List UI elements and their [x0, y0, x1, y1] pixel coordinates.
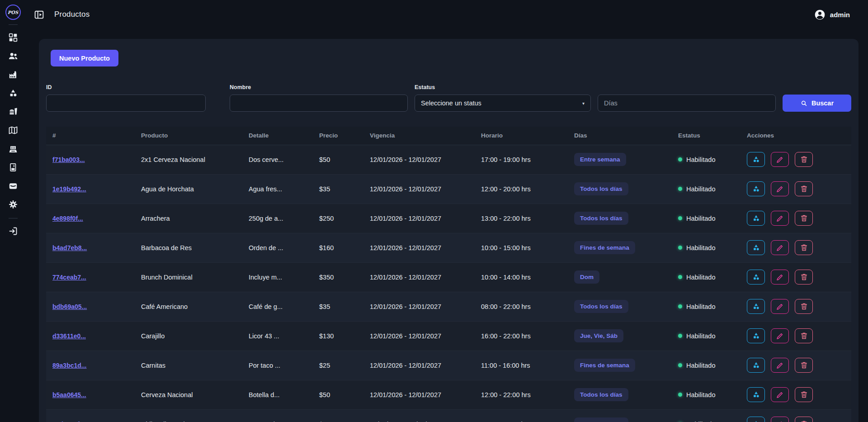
col-vigencia: Vigencia — [363, 127, 475, 145]
delete-button[interactable] — [795, 328, 813, 343]
status-label: Habilitado — [686, 215, 716, 222]
status-dot-icon — [678, 216, 682, 220]
delete-button[interactable] — [795, 299, 813, 314]
product-name: Café Americano — [135, 292, 242, 321]
variants-button[interactable] — [747, 152, 765, 167]
product-price: $160 — [313, 233, 363, 262]
app-logo[interactable]: POS — [5, 5, 21, 20]
sidebar-item-products[interactable] — [4, 87, 22, 99]
shapes-icon — [752, 243, 760, 252]
product-id-link[interactable]: b4ad7eb8... — [52, 244, 87, 251]
new-product-button[interactable]: Nuevo Producto — [51, 50, 118, 66]
delete-button[interactable] — [795, 181, 813, 196]
pencil-icon — [776, 273, 784, 281]
sidebar-item-users[interactable] — [4, 50, 22, 62]
edit-button[interactable] — [771, 240, 789, 255]
table-row: b5aa0645... Cerveza Nacional Botella d..… — [46, 380, 851, 409]
product-validity: 12/01/2026 - 12/01/2027 — [363, 204, 475, 233]
shapes-icon — [752, 390, 760, 399]
product-schedule: 10:00 - 15:00 hrs — [475, 233, 568, 262]
delete-button[interactable] — [795, 152, 813, 167]
delete-button[interactable] — [795, 270, 813, 284]
product-price: $35 — [313, 292, 363, 321]
trash-icon — [800, 155, 808, 164]
delete-button[interactable] — [795, 358, 813, 373]
edit-button[interactable] — [771, 270, 789, 284]
delete-button[interactable] — [795, 240, 813, 255]
buscar-button[interactable]: Buscar — [783, 95, 851, 112]
variants-button[interactable] — [747, 211, 765, 226]
status-cell: Habilitado — [678, 332, 734, 340]
variants-button[interactable] — [747, 181, 765, 196]
col-number: # — [46, 127, 135, 145]
sidebar-item-dashboard[interactable] — [4, 31, 22, 43]
estatus-select[interactable]: Seleccione un status ▾ — [415, 95, 591, 112]
days-badge: Dom — [574, 270, 599, 284]
edit-button[interactable] — [771, 328, 789, 343]
product-id-link[interactable]: d33611e0... — [52, 332, 86, 340]
table-row: d33611e0... Carajillo Licor 43 ... $130 … — [46, 321, 851, 351]
product-id-link[interactable]: 4e898f0f... — [52, 215, 83, 222]
edit-button[interactable] — [771, 299, 789, 314]
product-id-link[interactable]: 774ceab7... — [52, 274, 86, 281]
variants-button[interactable] — [747, 417, 765, 422]
status-dot-icon — [678, 187, 682, 191]
edit-button[interactable] — [771, 152, 789, 167]
product-id-link[interactable]: b5aa0645... — [52, 391, 86, 398]
delete-button[interactable] — [795, 417, 813, 422]
edit-button[interactable] — [771, 181, 789, 196]
product-id-link[interactable]: bdb69a05... — [52, 303, 87, 310]
variants-button[interactable] — [747, 270, 765, 284]
id-filter-input[interactable] — [46, 95, 206, 112]
edit-button[interactable] — [771, 358, 789, 373]
shapes-icon — [752, 361, 760, 370]
product-detail: 250g de a... — [242, 204, 313, 233]
table-row: b4ad7eb8... Barbacoa de Res Orden de ...… — [46, 233, 851, 262]
status-label: Habilitado — [686, 156, 716, 163]
sidebar-toggle-button[interactable] — [33, 9, 45, 20]
edit-button[interactable] — [771, 417, 789, 422]
status-cell: Habilitado — [678, 185, 734, 193]
col-horario: Horario — [475, 127, 568, 145]
variants-button[interactable] — [747, 240, 765, 255]
days-badge: Fines de semana — [574, 241, 635, 254]
sidebar-item-map[interactable] — [4, 124, 22, 136]
variants-button[interactable] — [747, 328, 765, 343]
table-row: bdb69a05... Café Americano Café de g... … — [46, 292, 851, 321]
variants-button[interactable] — [747, 299, 765, 314]
edit-button[interactable] — [771, 387, 789, 402]
status-label: Habilitado — [686, 421, 716, 422]
product-name: Brunch Dominical — [135, 262, 242, 292]
delete-button[interactable] — [795, 387, 813, 402]
sidebar-item-settings[interactable] — [4, 198, 22, 210]
variants-button[interactable] — [747, 387, 765, 402]
product-detail: Por taco ... — [242, 351, 313, 380]
sidebar-item-cash-register[interactable] — [4, 142, 22, 155]
product-schedule: 13:00 - 22:00 hrs — [475, 204, 568, 233]
product-id-link[interactable]: f71ba003... — [52, 156, 85, 163]
product-validity: 12/01/2026 - 12/01/2027 — [363, 380, 475, 409]
product-id-link[interactable]: 38d551ef... — [52, 421, 85, 422]
product-schedule: 12:00 - 22:00 hrs — [475, 380, 568, 409]
pencil-icon — [776, 302, 784, 311]
sidebar-item-food[interactable] — [4, 105, 22, 118]
panel-toggle-icon — [33, 9, 45, 20]
estatus-filter-label: Estatus — [415, 84, 591, 90]
sidebar-item-factory[interactable] — [4, 68, 22, 81]
product-validity: 12/01/2026 - 12/01/2027 — [363, 292, 475, 321]
col-producto: Producto — [135, 127, 242, 145]
variants-button[interactable] — [747, 358, 765, 373]
product-id-link[interactable]: 89a3bc1d... — [52, 362, 87, 369]
delete-button[interactable] — [795, 211, 813, 226]
user-menu[interactable]: admin — [814, 9, 850, 21]
settings-gear-icon — [8, 199, 19, 210]
days-badge: Todos los días — [574, 388, 628, 401]
sidebar-item-logout[interactable] — [4, 225, 22, 237]
edit-button[interactable] — [771, 211, 789, 226]
product-id-link[interactable]: 1e19b492... — [52, 185, 86, 193]
dias-filter-input[interactable] — [598, 95, 776, 112]
nombre-filter-input[interactable] — [230, 95, 408, 112]
days-badge: Fines de semana — [574, 359, 635, 372]
sidebar-item-cash-drawer[interactable] — [4, 180, 22, 192]
sidebar-item-receipts[interactable] — [4, 161, 22, 173]
